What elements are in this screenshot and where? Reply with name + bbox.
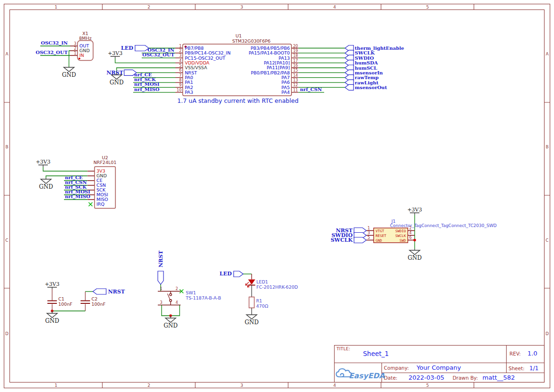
gnd-flag[interactable]: GND [163,316,178,329]
frame-row-label: A [545,52,549,56]
u1-ref[interactable]: U1 [236,33,242,38]
u1-pin-name: NRST [185,70,197,75]
power-flag-3v3[interactable]: +3V3 [407,207,422,215]
u1-pin-name: PA3 [185,90,193,95]
component-j1[interactable]: J1 Connector_TagConnect_TagConnect_TC203… [331,207,497,261]
u1-pin-num: 17 [293,59,298,63]
company-value[interactable]: Your Company [416,364,461,371]
c2-ref[interactable]: C2 [91,296,98,301]
x1-value[interactable]: 8MHz [79,36,91,41]
net-flag-label[interactable]: msensorOut [355,85,387,90]
u1-pin-num: 10 [177,88,182,92]
schematic-note[interactable]: 1.7 uA standby current with RTC enabled [177,97,299,104]
u1-pin-num: 5 [179,64,182,68]
power-flag-3v3[interactable]: +3V3 [108,50,122,58]
net-flag-label[interactable]: humSDA [355,60,378,65]
x1-pin-num: 3 [74,42,76,46]
date-label: Date: [384,375,398,381]
frame-col-label: 4 [333,5,336,9]
net-label-osc32-in[interactable]: OSC32_IN [41,40,68,46]
led1-ref[interactable]: LED1 [256,279,268,284]
net-flag-nrst-label[interactable]: NRST [158,250,164,267]
net-flag-led-label[interactable]: LED [121,45,133,51]
date-value[interactable]: 2022-03-05 [409,374,445,381]
net-flag[interactable] [354,237,366,243]
net-flag[interactable] [93,289,106,294]
component-u2[interactable]: U2 NRF24L01 3V3 GND CE CSN SCK MOSI MISO… [36,155,116,209]
frame-row-label: D [5,331,9,336]
gnd-flag[interactable]: GND [62,67,76,78]
sw1-part[interactable]: TS-1187A-B-A-B [185,295,221,301]
u1-pin-name: PA13 [279,55,290,61]
gnd-flag[interactable]: GND [408,249,422,261]
gnd-flag[interactable]: GND [45,311,59,324]
gnd-flag[interactable]: GND [39,178,53,190]
gnd-label: GND [109,79,124,86]
gnd-label: GND [62,72,76,78]
u1-pin-num: 18 [293,54,298,58]
c2-plates [81,301,90,304]
net-flag-label[interactable]: therm_lightEnable [355,46,404,51]
net-flag[interactable] [158,271,163,284]
net-flag-label[interactable]: rawTemp [355,75,379,80]
c2-value[interactable]: 100nF [91,301,106,307]
component-x1[interactable]: X1 8MHz 3 2 1 OUT GND IN OSC32_IN OSC32_… [36,31,93,79]
gnd-flag[interactable]: GND [245,308,259,326]
frame-col-label: 3 [240,5,243,9]
component-sw1[interactable]: NRST 1 2 3 4 SW1 TS-1187A-B-A-B GND [158,250,221,329]
sw1-pin-num: 4 [175,301,178,305]
gnd-label: GND [163,322,178,329]
net-flag-label[interactable]: NRST [108,289,125,295]
power-flag-3v3[interactable]: +3V3 [45,281,59,289]
u2-pin-name: IRQ [97,201,105,207]
net-flag[interactable] [345,84,354,90]
j1-pin-num: 5 [367,236,370,240]
net-label[interactable]: nrf_MISO [65,194,91,199]
net-flag[interactable] [234,271,243,277]
x1-pin1-dot [79,58,81,60]
led1-part[interactable]: FC-2012HRK-620D [256,284,298,290]
power-flag-3v3[interactable]: +3V3 [36,159,50,167]
net-label-nrf-miso[interactable]: nrf_MISO [134,87,160,92]
j1-pin-name: RESET [376,234,387,238]
c1-ref[interactable]: C1 [58,296,64,301]
u2-part[interactable]: NRF24L01 [93,160,117,165]
u1-pin-num: 12 [293,83,298,87]
c1-value[interactable]: 100nF [58,301,73,307]
r1-body[interactable] [249,297,254,308]
net-label-osc32-out[interactable]: OSC32_OUT [36,50,68,55]
j1-pin-num: 2 [409,226,411,230]
u1-pin-num: 6 [179,68,182,73]
title-label: TITLE: [336,346,350,351]
sheet-title[interactable]: Sheet_1 [363,350,389,357]
r1-value[interactable]: 470Ω [256,303,268,309]
net-label-osc32-out[interactable]: OSC32_OUT [142,52,174,57]
frame-col-label: 5 [426,5,429,9]
title-block: TITLE: Sheet_1 REV: 1.0 Company: Your Co… [335,346,545,383]
u1-pin-num: 16 [293,64,298,68]
drawn-by-value[interactable]: matt__582 [482,374,515,381]
j1-pin-name: VTGT [376,229,385,233]
u1-part[interactable]: STM32G030F6P6 [232,38,271,44]
sw1-ref[interactable]: SW1 [186,290,196,295]
j1-part[interactable]: Connector_TagConnect_TagConnect_TC2030_S… [390,223,497,228]
net-flag-led-label[interactable]: LED [219,271,232,277]
component-c1-c2[interactable]: +3V3 C1 100nF C2 100nF NRST GND [45,281,125,324]
net-flag-led[interactable] [135,46,149,51]
net-label-nrf-csn[interactable]: nrf_CSN [300,87,322,92]
sheet-value[interactable]: 1/1 [529,365,538,372]
component-led1-r1[interactable]: LED LED1 FC-2012HRK-620D R1 470Ω GND [219,271,298,326]
net-label-nrf-ce[interactable]: nrf_CE [134,72,152,77]
frame-col-label: 4 [333,383,336,388]
net-flag-label[interactable]: SWCLK [331,237,353,243]
u1-pin-num: 3 [179,54,182,58]
rev-value[interactable]: 1.0 [527,350,537,357]
r1-ref[interactable]: R1 [256,298,263,303]
u1-pin-name: PB0/PB1/PB2/PA8 [251,70,290,75]
net-label-nrf-mosi[interactable]: nrf_MOSI [134,82,160,87]
net-flag-label[interactable]: SWDIO [355,55,374,61]
u1-pin-name: PA12[PA10] [264,60,290,65]
sheet-label: Sheet: [509,365,525,371]
net-flag-label[interactable]: msensorIn [355,70,383,75]
easyeda-logo-text: EasyEDA [349,372,385,380]
